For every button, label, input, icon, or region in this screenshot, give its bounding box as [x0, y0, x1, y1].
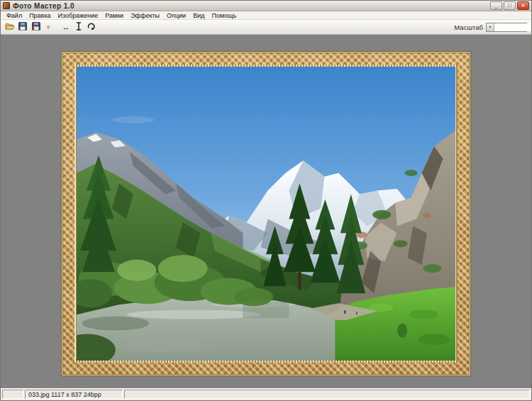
- maximize-button[interactable]: □: [504, 1, 516, 10]
- menu-options[interactable]: Опции: [163, 12, 189, 19]
- zoom-control: ▾: [486, 23, 527, 32]
- flip-horizontal-icon: ↔: [62, 23, 70, 31]
- menu-view[interactable]: Вид: [189, 12, 208, 19]
- toolbar: ▾ ↔ Масштаб ▾: [1, 20, 531, 35]
- disabled-tool-icon: ▾: [46, 23, 50, 31]
- flip-vertical-button[interactable]: [72, 21, 85, 33]
- menu-file[interactable]: Файл: [3, 12, 26, 19]
- app-window: Фото Мастер 1.0 _ □ × Файл Правка Изобра…: [0, 0, 532, 401]
- app-icon: [3, 2, 10, 9]
- rotate-button[interactable]: [85, 21, 98, 33]
- rotate-icon: [87, 22, 96, 32]
- menu-bar: Файл Правка Изображение Рамки Эффекты Оп…: [1, 11, 531, 20]
- menu-image[interactable]: Изображение: [55, 12, 102, 19]
- menu-frames[interactable]: Рамки: [101, 12, 127, 19]
- status-panel-left: [2, 390, 23, 399]
- zoom-label: Масштаб: [454, 23, 483, 31]
- save-as-button[interactable]: [29, 21, 42, 33]
- status-bar: 033.jpg 1117 x 837 24bpp: [1, 388, 531, 400]
- menu-effects[interactable]: Эффекты: [127, 12, 163, 19]
- photo-frame[interactable]: [62, 52, 470, 375]
- extra-tool-button[interactable]: ▾: [42, 21, 55, 33]
- landscape-photo[interactable]: [77, 67, 455, 361]
- canvas-area: [1, 35, 531, 388]
- flip-vertical-icon: [75, 22, 82, 32]
- window-controls: _ □ ×: [490, 1, 529, 10]
- landscape-illustration: [77, 67, 455, 361]
- frame-inner-bead: [74, 65, 458, 363]
- save-as-icon: [31, 22, 40, 32]
- save-button[interactable]: [16, 21, 29, 33]
- zoom-dropdown-button[interactable]: ▾: [487, 23, 494, 31]
- window-title: Фото Мастер 1.0: [13, 2, 74, 10]
- close-button[interactable]: ×: [517, 1, 529, 10]
- status-file-info: 033.jpg 1117 x 837 24bpp: [25, 390, 123, 399]
- title-bar: Фото Мастер 1.0 _ □ ×: [1, 1, 531, 11]
- zoom-input[interactable]: [494, 23, 532, 31]
- menu-edit[interactable]: Правка: [26, 12, 54, 19]
- minimize-button[interactable]: _: [490, 1, 502, 10]
- menu-help[interactable]: Помощь: [208, 12, 240, 19]
- save-icon: [18, 22, 27, 32]
- open-folder-icon: [5, 22, 15, 32]
- flip-horizontal-button[interactable]: ↔: [60, 21, 72, 33]
- open-button[interactable]: [4, 21, 16, 33]
- status-panel-right: [124, 390, 530, 399]
